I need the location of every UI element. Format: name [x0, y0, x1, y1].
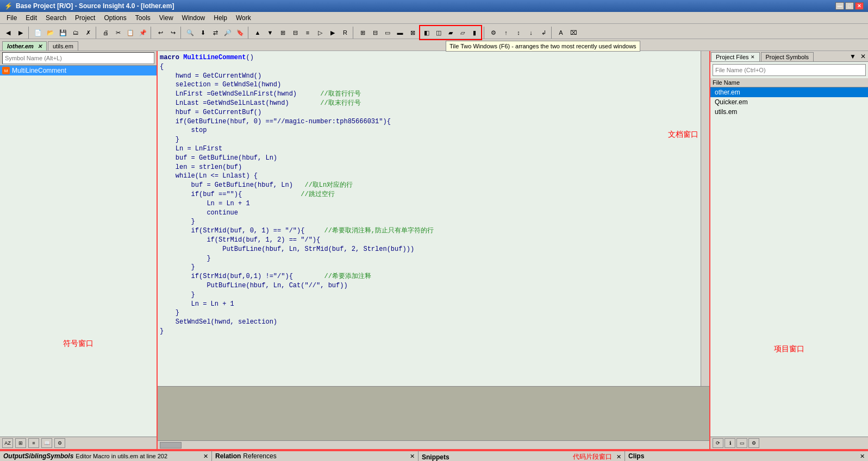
file-search-input[interactable]	[713, 64, 866, 76]
symbol-book-button[interactable]: 📖	[41, 438, 52, 448]
copy-button[interactable]: 📋	[124, 27, 136, 39]
snippets-window-label: 代码片段窗口	[573, 452, 612, 461]
tile-select2[interactable]: ▱	[457, 27, 469, 39]
scrollbar-thumb[interactable]	[160, 442, 182, 449]
tb-more3[interactable]: ↕	[513, 27, 524, 39]
tile-v-button[interactable]: ◧	[421, 27, 433, 39]
bottom-area: OutputSiblingSymbols Editor Macro in uti…	[0, 449, 868, 461]
lookup-button[interactable]: 🔎	[222, 27, 234, 39]
code-area-wrap: macro MultiLineComment() { hwnd = GetCur…	[158, 51, 709, 386]
tb-macro-run[interactable]: ▶	[327, 27, 339, 39]
menu-tools[interactable]: Tools	[131, 13, 155, 23]
back-button[interactable]: ◀	[2, 27, 14, 39]
cut-button[interactable]: ✂	[112, 27, 124, 39]
project-tab-dropdown[interactable]: ▼	[847, 52, 858, 61]
find-next-button[interactable]: ⬇	[197, 27, 209, 39]
toolbar-sep-5	[248, 27, 250, 39]
tile-h-button[interactable]: ◫	[433, 27, 445, 39]
doc-tab-utils[interactable]: utils.em	[48, 41, 78, 50]
close-file-button[interactable]: ✗	[82, 27, 94, 39]
tb-layout1[interactable]: ⊞	[357, 27, 369, 39]
find-button[interactable]: 🔍	[184, 27, 196, 39]
tb-layout5[interactable]: ⊠	[407, 27, 419, 39]
undo-button[interactable]: ↩	[154, 27, 166, 39]
tb-layout4[interactable]: ▬	[394, 27, 406, 39]
forward-button[interactable]: ▶	[15, 27, 27, 39]
close-button[interactable]: ✕	[855, 2, 864, 10]
project-symbols-tab[interactable]: Project Symbols	[761, 52, 814, 61]
tile-select1[interactable]: ▰	[445, 27, 457, 39]
toolbar-sep-4	[180, 27, 183, 39]
close-snippets-button[interactable]: ✕	[616, 453, 621, 460]
close-lother-tab[interactable]: ✕	[38, 43, 42, 49]
close-relation-button[interactable]: ✕	[410, 453, 415, 460]
tb-extra3[interactable]: ⊞	[277, 27, 289, 39]
tb-more4[interactable]: ↓	[525, 27, 537, 39]
replace-button[interactable]: ⇄	[209, 27, 221, 39]
tb-more2[interactable]: ↑	[500, 27, 512, 39]
open-button[interactable]: 📂	[45, 27, 57, 39]
symbol-panel: M MultiLineComment 符号窗口 AZ ⊞ ≡ 📖 ⚙	[0, 51, 158, 449]
file-item-quicker[interactable]: Quicker.em	[710, 97, 868, 107]
menu-window[interactable]: Window	[178, 13, 210, 23]
restore-button[interactable]: □	[845, 2, 854, 10]
tb-view1[interactable]: A	[555, 27, 567, 39]
tb-extra4[interactable]: ⊟	[289, 27, 301, 39]
tb-view2[interactable]: ⌧	[567, 27, 579, 39]
symbol-search-input[interactable]	[2, 52, 154, 64]
symbol-panel-footer: AZ ⊞ ≡ 📖 ⚙	[0, 437, 157, 449]
tb-layout2[interactable]: ⊟	[369, 27, 381, 39]
file-item-other[interactable]: other.em	[710, 87, 868, 97]
tb-extra2[interactable]: ▼	[264, 27, 276, 39]
minimize-button[interactable]: —	[835, 2, 844, 10]
symbol-grid-button[interactable]: ⊞	[15, 438, 26, 448]
menu-file[interactable]: File	[2, 13, 21, 23]
menu-work[interactable]: Work	[232, 13, 255, 23]
paste-button[interactable]: 📌	[137, 27, 149, 39]
redo-button[interactable]: ↪	[167, 27, 179, 39]
symbol-list-button[interactable]: ≡	[28, 438, 39, 448]
az-sort-button[interactable]: AZ	[2, 438, 13, 448]
tb-more1[interactable]: ⚙	[488, 27, 499, 39]
menu-help[interactable]: Help	[209, 13, 232, 23]
tb-extra1[interactable]: ▲	[252, 27, 264, 39]
print-button[interactable]: 🖨	[99, 27, 111, 39]
output-title: OutputSiblingSymbols	[3, 452, 73, 460]
code-panel: macro MultiLineComment() { hwnd = GetCur…	[158, 51, 710, 449]
proj-info-button[interactable]: ℹ	[725, 438, 735, 448]
tb-extra5[interactable]: ≡	[302, 27, 314, 39]
project-files-tab[interactable]: Project Files ✕	[711, 52, 760, 61]
symbol-settings-button[interactable]: ⚙	[54, 438, 65, 448]
proj-panel-button[interactable]: ▭	[736, 438, 747, 448]
save-button[interactable]: 💾	[57, 27, 69, 39]
close-project-panel-button[interactable]: ✕	[858, 52, 868, 61]
menu-options[interactable]: Options	[99, 13, 130, 23]
symbol-item-multilinecomment[interactable]: M MultiLineComment	[0, 66, 157, 75]
code-vscroll[interactable]	[701, 51, 709, 386]
proj-settings-button[interactable]: ⚙	[748, 438, 759, 448]
menu-project[interactable]: Project	[71, 13, 99, 23]
clips-title: Clips	[628, 452, 644, 460]
menu-search[interactable]: Search	[41, 13, 71, 23]
close-project-files-tab[interactable]: ✕	[751, 54, 755, 60]
menu-edit[interactable]: Edit	[21, 13, 41, 23]
code-scrollbar-h[interactable]	[158, 440, 709, 449]
proj-sync-button[interactable]: ⟳	[713, 438, 723, 448]
tb-more5[interactable]: ↲	[538, 27, 549, 39]
code-lower-area	[158, 386, 709, 440]
menu-view[interactable]: View	[155, 13, 178, 23]
save-all-button[interactable]: 🗂	[70, 27, 82, 39]
doc-tab-lother[interactable]: lother.em ✕	[2, 41, 47, 50]
tile-select3[interactable]: ▮	[469, 27, 480, 39]
tb-layout3[interactable]: ▭	[382, 27, 394, 39]
bookmark-button[interactable]: 🔖	[234, 27, 246, 39]
tb-extra6[interactable]: ▷	[314, 27, 326, 39]
code-editor[interactable]: macro MultiLineComment() { hwnd = GetCur…	[158, 51, 701, 386]
close-output-button[interactable]: ✕	[203, 453, 208, 460]
project-panel-footer: ⟳ ℹ ▭ ⚙	[710, 437, 868, 449]
project-window-area: 项目窗口	[710, 262, 868, 437]
file-item-utils[interactable]: utils.em	[710, 107, 868, 117]
close-clips-button[interactable]: ✕	[860, 453, 865, 460]
new-button[interactable]: 📄	[32, 27, 44, 39]
tb-macro-stop[interactable]: R	[339, 27, 351, 39]
